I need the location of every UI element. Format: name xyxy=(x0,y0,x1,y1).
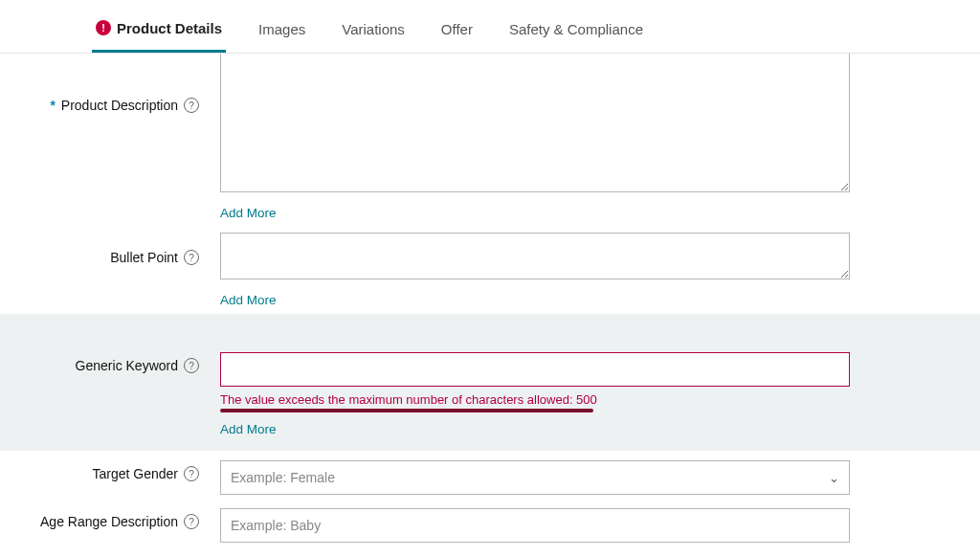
generic-keyword-input[interactable] xyxy=(220,352,850,387)
tab-variations[interactable]: Variations xyxy=(338,10,409,51)
row-age-range-description: Age Range Description ? xyxy=(0,501,980,548)
tab-bar: ! Product Details Images Variations Offe… xyxy=(0,0,980,54)
field-label: Target Gender xyxy=(93,466,179,481)
tab-product-details[interactable]: ! Product Details xyxy=(92,9,226,53)
help-icon[interactable]: ? xyxy=(184,466,199,481)
product-description-input[interactable] xyxy=(220,54,850,192)
row-generic-keyword: Generic Keyword ? The value exceeds the … xyxy=(0,352,980,437)
row-bullet-point: Bullet Point ? Add More xyxy=(0,227,980,314)
row-generic-keyword-band: Generic Keyword ? The value exceeds the … xyxy=(0,314,980,451)
select-placeholder: Example: Female xyxy=(231,470,335,485)
tab-label: Offer xyxy=(441,21,473,37)
help-icon[interactable]: ? xyxy=(184,514,199,529)
add-more-link[interactable]: Add More xyxy=(220,422,277,436)
form-area: * Product Description ? Add More Bullet … xyxy=(0,54,980,548)
tab-label: Variations xyxy=(342,21,405,37)
chevron-down-icon: ⌄ xyxy=(829,471,839,485)
required-marker: * xyxy=(50,98,55,113)
field-label: Generic Keyword xyxy=(76,358,178,373)
age-range-description-input[interactable] xyxy=(220,508,850,543)
help-icon[interactable]: ? xyxy=(184,358,199,373)
row-product-description: * Product Description ? Add More xyxy=(0,54,980,227)
target-gender-select[interactable]: Example: Female ⌄ xyxy=(220,460,850,495)
help-icon[interactable]: ? xyxy=(184,98,199,113)
tab-offer[interactable]: Offer xyxy=(437,10,477,51)
add-more-link[interactable]: Add More xyxy=(220,293,277,307)
field-label: Age Range Description xyxy=(40,514,178,529)
tab-label: Safety & Compliance xyxy=(509,21,643,37)
tab-label: Product Details xyxy=(117,20,222,36)
tab-images[interactable]: Images xyxy=(255,10,309,51)
field-label: Bullet Point xyxy=(110,250,178,265)
error-icon: ! xyxy=(96,20,111,35)
add-more-link[interactable]: Add More xyxy=(220,206,277,220)
tab-label: Images xyxy=(258,21,305,37)
row-target-gender: Target Gender ? Example: Female ⌄ xyxy=(0,451,980,501)
tab-safety-compliance[interactable]: Safety & Compliance xyxy=(505,10,647,51)
field-label: Product Description xyxy=(61,98,178,113)
annotation-underline xyxy=(220,409,593,412)
help-icon[interactable]: ? xyxy=(184,250,199,265)
bullet-point-input[interactable] xyxy=(220,233,850,279)
error-message: The value exceeds the maximum number of … xyxy=(220,392,850,407)
